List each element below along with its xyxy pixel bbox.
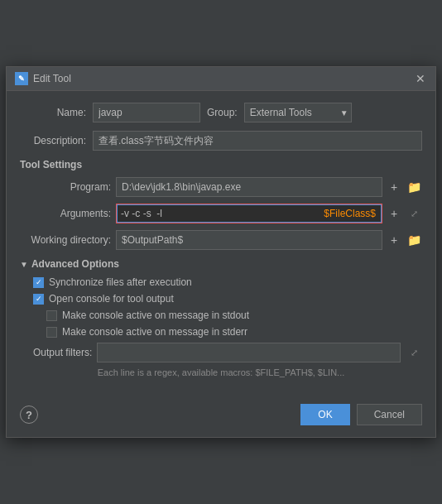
tool-settings-header: Tool Settings [20, 159, 422, 170]
arguments-macro: $FileClass$ [324, 208, 381, 219]
active-stderr-row: Make console active on message in stderr [20, 326, 422, 338]
active-stderr-checkbox[interactable] [46, 327, 57, 338]
name-label: Name: [20, 107, 86, 118]
open-console-checkbox[interactable] [33, 294, 44, 305]
sync-files-label: Synchronize files after execution [49, 276, 192, 288]
group-select[interactable]: External Tools Default Custom [244, 103, 352, 122]
close-button[interactable]: ✕ [414, 72, 427, 85]
program-input[interactable] [116, 177, 382, 197]
working-dir-add-icon[interactable]: + [386, 232, 402, 248]
ok-button[interactable]: OK [300, 404, 349, 425]
arguments-row: Arguments: $FileClass$ + ⤢ [20, 204, 422, 223]
working-dir-label: Working directory: [20, 234, 111, 246]
output-filters-label: Output filters: [33, 347, 92, 358]
active-stderr-label: Make console active on message in stderr [62, 326, 247, 338]
arguments-add-icon[interactable]: + [386, 205, 402, 222]
footer: ? OK Cancel [7, 397, 435, 437]
arguments-outer-border: $FileClass$ [116, 204, 382, 223]
description-input[interactable] [93, 131, 422, 151]
open-console-label: Open console for tool output [49, 293, 174, 305]
arguments-input-wrapper: $FileClass$ + ⤢ [116, 204, 422, 223]
help-button[interactable]: ? [20, 406, 38, 424]
dialog-title: Edit Tool [33, 73, 71, 84]
active-stdout-row: Make console active on message in stdout [20, 310, 422, 321]
working-dir-input[interactable] [116, 230, 382, 250]
collapse-arrow-icon: ▼ [20, 260, 28, 269]
program-folder-icon[interactable]: 📁 [406, 179, 422, 195]
sync-files-checkbox[interactable] [33, 277, 44, 288]
working-dir-folder-icon[interactable]: 📁 [406, 232, 422, 248]
cancel-button[interactable]: Cancel [357, 404, 422, 425]
active-stdout-label: Make console active on message in stdout [62, 310, 249, 321]
active-stdout-checkbox[interactable] [46, 310, 57, 321]
dialog-content: Name: Group: External Tools Default Cust… [7, 91, 435, 397]
description-label: Description: [20, 135, 86, 146]
advanced-label: Advanced Options [31, 258, 119, 270]
edit-tool-dialog: ✎ Edit Tool ✕ Name: Group: External Tool… [6, 66, 436, 438]
advanced-section: ▼ Advanced Options Synchronize files aft… [20, 258, 422, 362]
program-row: Program: + 📁 [20, 177, 422, 197]
hint-text: Each line is a regex, available macros: … [20, 367, 422, 377]
working-dir-row: Working directory: + 📁 [20, 230, 422, 250]
working-dir-input-wrapper: + 📁 [116, 230, 422, 250]
title-bar: ✎ Edit Tool ✕ [7, 67, 435, 91]
arguments-input[interactable] [118, 206, 324, 221]
sync-files-row: Synchronize files after execution [20, 276, 422, 288]
advanced-header[interactable]: ▼ Advanced Options [20, 258, 422, 270]
name-input[interactable] [93, 103, 200, 122]
arguments-expand-icon[interactable]: ⤢ [406, 205, 422, 222]
output-filters-expand-icon[interactable]: ⤢ [406, 344, 422, 361]
arguments-inner-border: $FileClass$ [117, 204, 382, 223]
program-label: Program: [20, 181, 111, 193]
program-input-wrapper: + 📁 [116, 177, 422, 197]
name-group-row: Name: Group: External Tools Default Cust… [20, 103, 422, 122]
program-add-icon[interactable]: + [386, 179, 402, 195]
arguments-label: Arguments: [20, 208, 111, 219]
footer-buttons: OK Cancel [300, 404, 422, 425]
output-filters-row: Output filters: ⤢ [20, 343, 422, 362]
title-bar-left: ✎ Edit Tool [15, 72, 71, 85]
output-filters-input[interactable] [97, 343, 401, 362]
dialog-icon: ✎ [15, 72, 28, 85]
group-label: Group: [207, 107, 238, 118]
description-row: Description: [20, 131, 422, 151]
group-select-wrapper: External Tools Default Custom ▼ [244, 103, 352, 122]
open-console-row: Open console for tool output [20, 293, 422, 305]
